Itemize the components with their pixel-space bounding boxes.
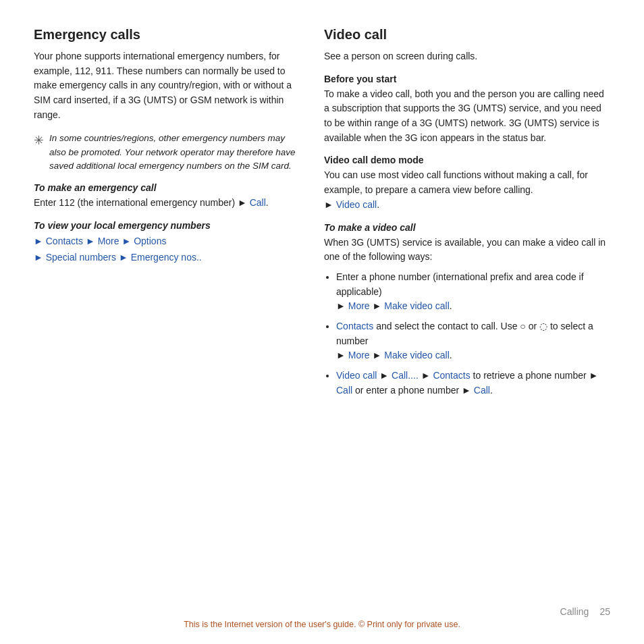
bullet3-call-link: Call.... [392,370,419,381]
nav-contacts-more-options: ► Contacts ► More ► Options [34,234,297,250]
bullet2-contacts: Contacts [336,321,373,331]
bullet1-text: Enter a phone number (international pref… [336,271,584,297]
main-columns: Emergency calls Your phone supports inte… [34,27,610,403]
subheading-local-numbers: To view your local emergency numbers [34,220,297,231]
tip-box: ✳ In some countries/regions, other emerg… [34,132,297,173]
bullet-3: Video call ► Call.... ► Contacts to retr… [336,369,610,398]
bullet3-contacts: Contacts [433,370,470,381]
tip-icon: ✳ [34,133,44,148]
bullet3-or: or enter a phone number [355,385,459,396]
video-call-bullets: Enter a phone number (international pref… [324,270,610,398]
before-you-start-text: To make a video call, both you and the p… [324,87,610,146]
footer-calling-row: Calling 25 [0,606,644,617]
right-column: Video call See a person on screen during… [324,27,610,403]
arrow-contacts: ► [34,236,46,246]
video-call-subtitle: See a person on screen during calls. [324,49,610,64]
nav-special-numbers: ► Special numbers ► Emergency nos.. [34,250,297,266]
bullet3-to-retrieve: to retrieve a phone number [473,370,587,381]
emergency-nos-link: Emergency nos.. [131,252,202,263]
bullet2-text: and select the contact to call. Use [376,321,517,331]
demo-mode-text: You can use most video call functions wi… [324,168,610,212]
before-you-start-heading: Before you start [324,74,610,84]
emergency-intro: Your phone supports international emerge… [34,49,297,122]
options-link: Options [134,236,166,246]
video-call-title: Video call [324,27,610,43]
subheading-emergency-call: To make an emergency call [34,182,297,193]
bullet3-call2: Call [336,385,352,396]
call-link: Call [250,197,266,208]
bullet2-or: or [529,321,537,331]
bullet1-make-video-call: Make video call [384,300,450,311]
bullet-1: Enter a phone number (international pref… [336,270,610,314]
footer-section-label: Calling [560,606,589,617]
to-make-video-call-heading: To make a video call [324,222,610,233]
bullet-2: Contacts and select the contact to call.… [336,319,610,363]
bullet1-more: More [348,300,370,311]
demo-mode-heading: Video call demo mode [324,155,610,165]
contacts-link1: Contacts [46,236,83,246]
bullet2-make-video-call: Make video call [384,350,450,360]
to-make-video-call-text: When 3G (UMTS) service is available, you… [324,236,610,265]
footer-copyright: This is the Internet version of the user… [184,620,460,629]
bullet3-video-call: Video call [336,370,377,381]
more-link1: More [98,236,119,246]
left-column: Emergency calls Your phone supports inte… [34,27,297,403]
footer: Calling 25 This is the Internet version … [0,606,644,629]
arrow-special: ► [34,252,46,263]
bullet3-call3: Call [474,385,490,396]
tip-text: In some countries/regions, other emergen… [49,132,297,173]
special-numbers-link: Special numbers [46,252,116,263]
bullet2-more: More [348,350,370,360]
video-call-link-demo: Video call [336,199,377,210]
emergency-call-text: Enter 112 (the international emergency n… [34,196,297,211]
page: Emergency calls Your phone supports inte… [0,0,644,644]
footer-page-number: 25 [599,606,610,617]
emergency-calls-title: Emergency calls [34,27,297,43]
arrow-call: ► [238,197,250,208]
